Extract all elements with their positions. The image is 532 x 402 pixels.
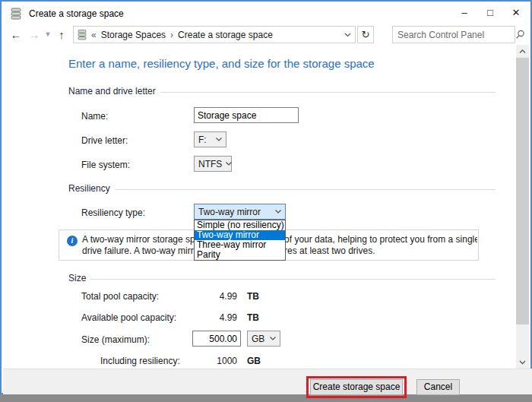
breadcrumb-current-page[interactable]: Create a storage space xyxy=(178,30,273,40)
drive-letter-label: Drive letter: xyxy=(81,135,128,146)
forward-button[interactable]: → xyxy=(26,24,43,45)
chevron-down-icon xyxy=(226,162,232,166)
chevron-down-icon xyxy=(519,360,526,365)
resiliency-dropdown-list: Simple (no resiliency) Two-way mirror Th… xyxy=(194,220,286,261)
chevron-down-icon xyxy=(216,138,222,141)
including-resiliency-value: 1000 xyxy=(192,356,237,366)
breadcrumb-storage-spaces[interactable]: Storage Spaces xyxy=(101,30,166,40)
chevron-down-icon xyxy=(275,210,281,214)
total-pool-capacity-unit: TB xyxy=(247,291,259,302)
available-pool-capacity-unit: TB xyxy=(247,312,259,323)
cancel-button[interactable]: Cancel xyxy=(416,379,460,395)
highlight-annotation-box xyxy=(306,376,407,398)
including-resiliency-label: Including resiliency: xyxy=(100,356,180,366)
group-label: Size xyxy=(68,273,86,283)
file-system-value: NTFS xyxy=(198,159,222,169)
search-box[interactable] xyxy=(392,26,515,43)
breadcrumb-storage-icon xyxy=(78,30,87,40)
group-resiliency: Resiliency xyxy=(68,183,496,194)
name-input[interactable] xyxy=(194,107,299,123)
scrollbar-down-button[interactable] xyxy=(516,356,529,369)
search-icon[interactable] xyxy=(515,30,525,40)
available-pool-capacity-label: Available pool capacity: xyxy=(81,312,176,323)
group-name-and-drive-letter: Name and drive letter xyxy=(68,86,496,97)
group-size: Size xyxy=(68,273,496,283)
resiliency-type-label: Resiliency type: xyxy=(81,207,145,218)
size-unit-value: GB xyxy=(252,334,266,344)
drive-letter-select[interactable]: F: xyxy=(194,131,226,147)
breadcrumb-overflow-chevron[interactable]: « xyxy=(91,30,97,40)
name-label: Name: xyxy=(81,111,108,122)
address-dropdown-chevron-icon[interactable] xyxy=(344,33,351,37)
screenshot-root: Create a storage space – □ ✕ ← → ▼ ↑ xyxy=(0,0,532,402)
breadcrumb-separator-icon: › xyxy=(170,30,173,40)
resiliency-option-parity[interactable]: Parity xyxy=(195,250,285,260)
vertical-scrollbar[interactable] xyxy=(516,45,529,369)
scrollbar-up-button[interactable] xyxy=(516,45,529,58)
group-label: Resiliency xyxy=(68,183,110,194)
resiliency-type-value: Two-way mirror xyxy=(198,207,271,217)
info-icon: i xyxy=(67,236,78,246)
resiliency-type-select[interactable]: Two-way mirror xyxy=(194,204,286,220)
window: Create a storage space – □ ✕ ← → ▼ ↑ xyxy=(0,0,532,394)
window-title: Create a storage space xyxy=(29,8,124,19)
address-bar[interactable]: « Storage Spaces › Create a storage spac… xyxy=(73,26,356,43)
group-divider xyxy=(90,279,496,280)
including-resiliency-unit: GB xyxy=(247,356,261,366)
maximize-button[interactable]: □ xyxy=(477,3,503,24)
storage-spaces-icon xyxy=(10,8,22,20)
search-input[interactable] xyxy=(397,30,515,40)
minimize-button[interactable]: – xyxy=(451,3,477,24)
page-title: Enter a name, resiliency type, and size … xyxy=(68,57,375,70)
up-button[interactable]: ↑ xyxy=(53,24,70,45)
main-content: Enter a name, resiliency type, and size … xyxy=(3,45,519,369)
group-divider xyxy=(115,189,496,190)
scrollbar-thumb[interactable] xyxy=(516,58,529,324)
title-bar: Create a storage space – □ ✕ xyxy=(3,3,529,24)
back-button[interactable]: ← xyxy=(8,24,24,45)
available-pool-capacity-value: 4.99 xyxy=(192,312,237,323)
close-button[interactable]: ✕ xyxy=(503,3,529,24)
refresh-button[interactable]: ↻ xyxy=(357,26,374,43)
file-system-select[interactable]: NTFS xyxy=(194,156,232,172)
size-maximum-label: Size (maximum): xyxy=(81,334,150,345)
chevron-up-icon xyxy=(519,49,526,54)
size-maximum-input[interactable] xyxy=(192,331,241,347)
footer-bar: Create storage space Cancel xyxy=(3,369,532,394)
file-system-label: File system: xyxy=(81,160,130,170)
recent-pages-chevron-icon[interactable]: ▼ xyxy=(43,24,53,45)
drive-letter-value: F: xyxy=(198,135,212,145)
group-divider xyxy=(160,92,496,93)
chevron-down-icon xyxy=(270,337,276,340)
total-pool-capacity-value: 4.99 xyxy=(192,291,237,302)
navigation-bar: ← → ▼ ↑ « Storage Spaces › Create a stor… xyxy=(3,24,529,45)
total-pool-capacity-label: Total pool capacity: xyxy=(81,291,159,302)
window-controls: – □ ✕ xyxy=(451,3,529,24)
size-unit-select[interactable]: GB xyxy=(247,331,280,347)
group-label: Name and drive letter xyxy=(68,86,156,97)
